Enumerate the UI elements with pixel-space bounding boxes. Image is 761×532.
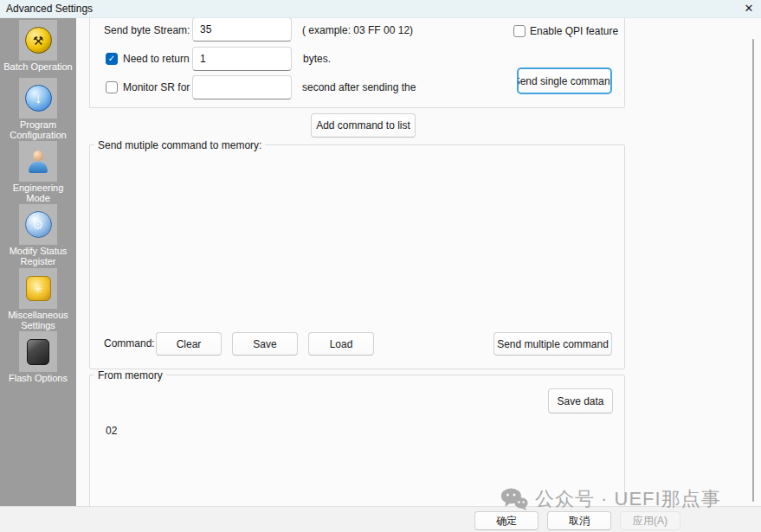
monitor-sr-checkbox[interactable] bbox=[106, 81, 118, 93]
sidebar-item-engineering-mode[interactable]: Engineering Mode bbox=[0, 141, 76, 204]
sidebar: ⚒ Batch Operation ↓ Program Configuratio… bbox=[0, 17, 76, 506]
cancel-button[interactable]: 取消 bbox=[547, 511, 611, 530]
second-after-label: second after sending the bbox=[302, 81, 416, 93]
title-bar: Advanced Settings ✕ bbox=[0, 0, 761, 18]
chip-icon bbox=[27, 339, 49, 365]
ok-button[interactable]: 确定 bbox=[474, 511, 539, 530]
watermark: 公众号 · UEFI那点事 bbox=[500, 484, 721, 514]
need-to-return-input[interactable] bbox=[192, 47, 292, 71]
sidebar-item-modify-status-register[interactable]: ⚙ Modify Status Register bbox=[0, 204, 76, 267]
load-button[interactable]: Load bbox=[308, 332, 374, 356]
send-single-command-button[interactable]: Send single command bbox=[517, 67, 612, 94]
send-byte-stream-input[interactable] bbox=[192, 17, 292, 42]
example-hint: ( example: 03 FF 00 12) bbox=[302, 24, 413, 36]
command-label: Command: bbox=[104, 337, 155, 349]
advanced-settings-dialog: Advanced Settings ✕ ⚒ Batch Operation ↓ … bbox=[0, 0, 761, 532]
send-byte-stream-label: Send byte Stream: bbox=[104, 24, 190, 36]
sidebar-item-batch-operation[interactable]: ⚒ Batch Operation bbox=[0, 20, 76, 73]
person-icon bbox=[25, 149, 51, 175]
vertical-scrollbar[interactable] bbox=[752, 39, 754, 502]
modify-status-register-button[interactable]: ⚙ bbox=[19, 204, 57, 245]
sidebar-item-program-configuration[interactable]: ↓ Program Configuration bbox=[0, 78, 76, 141]
engineering-mode-button[interactable] bbox=[19, 141, 57, 182]
monitor-sr-label: Monitor SR for bbox=[123, 81, 190, 93]
save-button[interactable]: Save bbox=[232, 332, 298, 356]
enable-qpi-label: Enable QPI feature bbox=[530, 25, 618, 37]
bytes-label: bytes. bbox=[303, 53, 331, 65]
gear-icon: ⚙ bbox=[25, 211, 52, 238]
need-to-return-checkbox[interactable]: ✓ bbox=[106, 53, 118, 65]
send-multiple-command-button[interactable]: Send multiple command bbox=[493, 332, 612, 356]
sidebar-item-label: Program Configuration bbox=[0, 120, 76, 141]
apply-button: 应用(A) bbox=[620, 511, 680, 530]
need-to-return-label: Need to return bbox=[123, 53, 190, 65]
flower-icon: ✳ bbox=[26, 276, 51, 301]
close-icon[interactable]: ✕ bbox=[741, 1, 757, 16]
clear-button[interactable]: Clear bbox=[156, 332, 222, 356]
wechat-icon bbox=[500, 487, 528, 511]
miscellaneous-settings-button[interactable]: ✳ bbox=[19, 268, 57, 309]
send-multiple-command-group-title: Send mutiple command to memory: bbox=[94, 139, 265, 151]
sidebar-item-flash-options[interactable]: Flash Options bbox=[0, 331, 76, 384]
sidebar-item-label: Miscellaneous Settings bbox=[0, 311, 76, 331]
enable-qpi-checkbox[interactable] bbox=[513, 25, 526, 37]
add-command-to-list-button[interactable]: Add command to list bbox=[311, 113, 416, 138]
flash-options-button[interactable] bbox=[19, 331, 57, 372]
sidebar-item-miscellaneous-settings[interactable]: ✳ Miscellaneous Settings bbox=[0, 268, 76, 331]
from-memory-group-title: From memory bbox=[94, 369, 166, 381]
memory-output-value: 02 bbox=[106, 425, 117, 437]
download-arrow-icon: ↓ bbox=[25, 85, 52, 112]
window-title: Advanced Settings bbox=[6, 0, 93, 17]
sidebar-item-label: Batch Operation bbox=[0, 62, 76, 73]
watermark-text: 公众号 · UEFI那点事 bbox=[535, 486, 721, 512]
sidebar-item-label: Engineering Mode bbox=[0, 183, 76, 204]
sidebar-item-label: Flash Options bbox=[0, 374, 76, 384]
monitor-sr-input[interactable] bbox=[192, 75, 292, 99]
sidebar-item-label: Modify Status Register bbox=[0, 247, 76, 267]
save-data-button[interactable]: Save data bbox=[548, 388, 613, 413]
check-icon: ✓ bbox=[108, 54, 115, 63]
program-configuration-button[interactable]: ↓ bbox=[19, 78, 57, 119]
batch-operation-button[interactable]: ⚒ bbox=[19, 20, 57, 61]
hammer-icon: ⚒ bbox=[25, 27, 52, 54]
